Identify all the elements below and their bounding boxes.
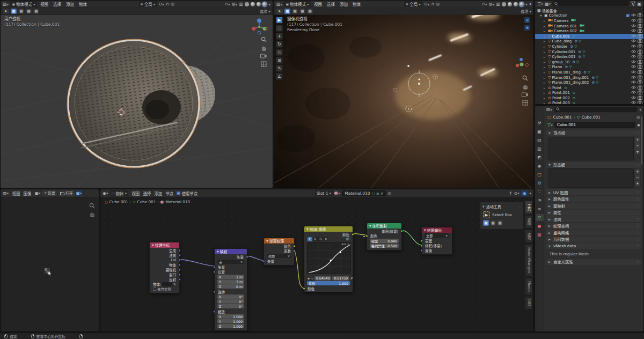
fac-slider[interactable]: 系数 1.000 xyxy=(307,281,350,285)
outliner-row-Cylinder.001[interactable]: ▸▽Cylinder.001⚙▽ xyxy=(535,49,643,55)
node-mapping[interactable]: ▼映射 矢量 点▼ 矢量 位置X1 mY3 mZ0 m旋转X0°Y0°Z0°缩放… xyxy=(214,248,247,331)
disable-in-renders-toggle[interactable] xyxy=(638,49,642,55)
measure-tool-button[interactable]: ∠ xyxy=(276,73,283,80)
material-name-field[interactable]: Material.010 □ ⊞ ✗ xyxy=(342,190,386,196)
browse-image-icon[interactable]: ▣▼ xyxy=(34,191,40,196)
hide-in-viewport-toggle[interactable] xyxy=(631,13,636,18)
output-socket-row[interactable]: 系数 xyxy=(264,248,294,253)
select-mode-subtract-button[interactable]: ▦ xyxy=(497,220,503,226)
vector-input-socket[interactable] xyxy=(213,266,216,268)
volume-output-socket[interactable] xyxy=(400,230,403,232)
disable-in-renders-toggle[interactable] xyxy=(638,75,642,80)
delete-point-icon[interactable]: ✗ xyxy=(350,276,353,280)
hide-in-viewport-toggle[interactable] xyxy=(631,24,636,28)
properties-scrollbar[interactable] xyxy=(641,116,643,165)
outliner-search-input[interactable] xyxy=(552,1,630,6)
expand-arrow-icon[interactable]: ▸ xyxy=(544,71,547,74)
snap-magnet-icon[interactable]: ∩ xyxy=(166,2,169,6)
scene-tab[interactable]: ◩ xyxy=(536,154,544,161)
panel-header--[interactable]: ▼顶点组⁙ xyxy=(546,130,641,136)
disable-in-renders-toggle[interactable] xyxy=(638,64,642,70)
viewport-options-dropdown[interactable]: 选项▼ xyxy=(521,9,531,14)
menu-添加[interactable]: 添加 xyxy=(152,190,164,196)
curve-zoom-icons[interactable]: ⊕⊖ ▾ xyxy=(341,242,349,246)
expand-arrow-icon[interactable]: ▸ xyxy=(544,61,547,64)
material-shading-icon[interactable] xyxy=(514,2,518,6)
disable-in-renders-toggle[interactable] xyxy=(638,70,642,75)
hide-in-viewport-toggle[interactable] xyxy=(631,19,636,23)
panel-header--[interactable]: ▶几何数据⁙ xyxy=(546,237,641,242)
transform-orientation-dropdown[interactable]: ⊕全局▼ xyxy=(404,1,422,7)
vector-input-row[interactable]: 矢量 xyxy=(264,259,294,263)
shading-chevron[interactable]: ▼ xyxy=(525,3,528,5)
view-layer-tab[interactable]: ▥ xyxy=(536,145,544,152)
menu-视图[interactable]: 视图 xyxy=(130,190,141,196)
select-mode-icon-4[interactable]: ▦ xyxy=(307,9,313,14)
select-mode-icon-4[interactable]: ▦ xyxy=(33,9,39,14)
outliner-row-Point.003[interactable]: ▸⊙Point.003⊙ xyxy=(535,101,643,105)
outliner-row-Cube.001[interactable]: ▸▽Cube.001▽ xyxy=(535,34,643,39)
world-tab[interactable]: ◉ xyxy=(536,163,544,170)
channel-R-button[interactable]: R xyxy=(313,237,318,241)
expand-arrow-icon[interactable]: ▸ xyxy=(544,97,547,100)
wireframe-shading-icon[interactable] xyxy=(502,2,506,6)
output-tab[interactable]: ▤ xyxy=(536,137,544,144)
outliner-editor-type-icon[interactable]: ☰▼ xyxy=(537,2,543,6)
mode-dropdown[interactable]: ▣物体模式▼ xyxy=(284,1,311,7)
hide-in-viewport-toggle[interactable] xyxy=(631,60,636,64)
disable-in-renders-toggle[interactable] xyxy=(638,85,642,91)
node-title[interactable]: ▼体积散射 xyxy=(367,223,401,229)
viewport-editor-type-icon[interactable]: ▧▼ xyxy=(276,2,282,6)
overlays-toggle-icon[interactable]: ◍▼ xyxy=(489,2,495,6)
shader-editor-type-icon[interactable]: ◉▼ xyxy=(103,191,108,196)
color-input-socket[interactable] xyxy=(303,287,305,290)
color-input-row[interactable]: 颜色 xyxy=(367,233,401,238)
hide-in-viewport-toggle[interactable] xyxy=(631,76,636,80)
outliner-row-Camera.002[interactable]: ▸Camera.002 xyxy=(535,28,643,34)
fake-user-icon[interactable]: ▣ xyxy=(637,123,640,127)
sidebar-tab-视图[interactable]: 视图 xyxy=(525,215,532,229)
置换-socket[interactable] xyxy=(420,249,423,252)
hide-in-viewport-toggle[interactable] xyxy=(631,91,636,95)
mapping-缩放-Z-field[interactable]: Z1.000 xyxy=(217,324,244,328)
node-title[interactable]: ▼RGB 曲线 xyxy=(304,226,353,232)
material-shading-icon[interactable] xyxy=(257,2,261,6)
eyedropper-icon[interactable]: ✎ xyxy=(173,282,176,286)
transform-tool-button[interactable]: ⊞ xyxy=(276,57,283,64)
output-target-dropdown[interactable]: 全部▼ xyxy=(425,233,449,238)
体积(体量)-socket[interactable] xyxy=(420,244,423,247)
expand-arrow-icon[interactable]: ▸ xyxy=(544,76,547,79)
hide-in-viewport-toggle[interactable] xyxy=(631,70,636,75)
node-canvas[interactable]: ▢ Cube.001 › ▽ Cube.001 › Material.010 ▼… xyxy=(100,197,533,331)
反射-socket[interactable] xyxy=(178,278,181,281)
menu-选择[interactable]: 选择 xyxy=(325,1,336,7)
物体-socket[interactable] xyxy=(178,263,181,266)
panel-header--[interactable]: ▶颜色属性⁙ xyxy=(546,196,641,202)
panel-header--[interactable]: ▶法向⁙ xyxy=(546,216,641,222)
new-material-icon[interactable]: ⊞ xyxy=(376,191,379,195)
UV-socket[interactable] xyxy=(178,259,181,261)
menu-添加[interactable]: 添加 xyxy=(338,1,349,7)
disable-in-renders-toggle[interactable] xyxy=(638,18,642,24)
new-image-button[interactable]: +新建 xyxy=(42,190,57,196)
mapping-旋转-X-field[interactable]: X0° xyxy=(217,294,244,299)
panel-header-vMesh-data[interactable]: ▼vMesh data⁙ xyxy=(546,243,641,249)
panel-list-box[interactable]: +−▼ xyxy=(548,168,634,188)
menu-选择[interactable]: 选择 xyxy=(141,190,152,196)
hide-in-viewport-toggle[interactable] xyxy=(631,55,636,59)
light-toggle-icon[interactable]: ⊛ xyxy=(524,17,530,23)
hide-in-viewport-toggle[interactable] xyxy=(631,39,636,43)
output-socket-row[interactable]: 矢量 xyxy=(215,254,247,259)
node-title[interactable]: ▼材质输出 xyxy=(422,227,452,233)
curve-point-y-field[interactable]: 0.61750 xyxy=(332,276,349,281)
hide-in-viewport-toggle[interactable] xyxy=(631,65,636,69)
hide-in-viewport-toggle[interactable] xyxy=(631,86,636,90)
curve-point-x-field[interactable]: 0.64540 xyxy=(314,276,332,281)
hide-in-viewport-toggle[interactable] xyxy=(631,96,636,100)
render-tab[interactable]: ▣ xyxy=(536,128,544,135)
select-mode-icon-3[interactable]: ▦ xyxy=(26,9,32,14)
disable-in-renders-toggle[interactable] xyxy=(638,44,642,49)
unlink-material-icon[interactable]: ✗ xyxy=(380,191,383,195)
expand-arrow-icon[interactable]: ▸ xyxy=(544,30,547,33)
interpolation-dropdown[interactable]: 线性▼ xyxy=(267,254,291,258)
